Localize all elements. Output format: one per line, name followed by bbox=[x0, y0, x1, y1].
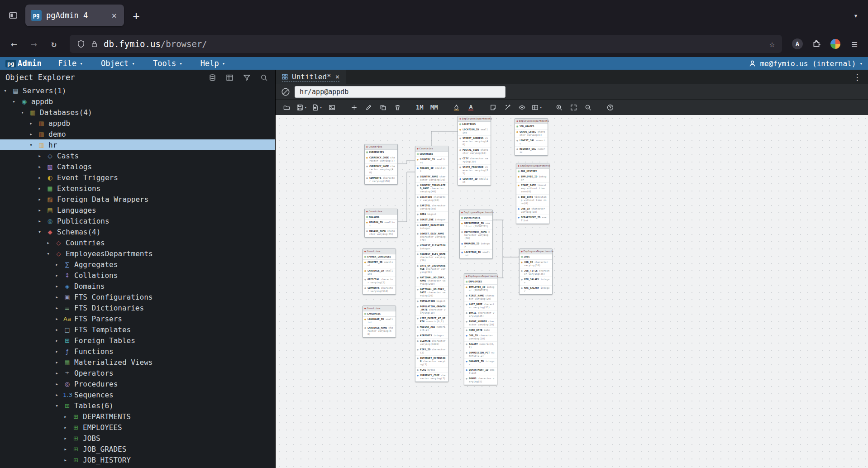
erd-table-job-history[interactable]: ◆EmployeesDepartments⊞JOB_HISTORY●EMPLOY… bbox=[516, 163, 549, 224]
colorful-extension-icon[interactable] bbox=[826, 35, 844, 53]
erd-table-languages[interactable]: ◆Countries⊞LANGUAGES●LANGUAGE_ID smallin… bbox=[362, 306, 396, 338]
chevron-right-icon[interactable]: ▸ bbox=[36, 196, 43, 202]
tree-item-materialized-views[interactable]: ▸▦Materialized Views bbox=[0, 357, 275, 368]
chevron-right-icon[interactable]: ▸ bbox=[36, 218, 43, 224]
save-button[interactable]: ▾ bbox=[295, 101, 309, 113]
tree-item-appdb[interactable]: ▸▥appdb bbox=[0, 118, 275, 129]
erd-canvas[interactable]: ◆Countries⊞CURRENCIES●CURRENCY_CODE char… bbox=[276, 115, 868, 468]
tree-item-fts-dictionaries[interactable]: ▸≡FTS Dictionaries bbox=[0, 302, 275, 313]
chevron-right-icon[interactable]: ▸ bbox=[28, 131, 34, 137]
tree-item-hr[interactable]: ▾▥hr bbox=[0, 139, 275, 150]
tree-item-foreign-tables[interactable]: ▸⊞Foreign Tables bbox=[0, 335, 275, 346]
chevron-right-icon[interactable]: ▸ bbox=[36, 153, 43, 159]
tracking-shield-icon[interactable] bbox=[77, 40, 85, 48]
tree-item-countries[interactable]: ▸◇Countries bbox=[0, 237, 275, 248]
tree-item-servers-1[interactable]: ▾▤Servers(1) bbox=[0, 85, 275, 96]
open-file-button[interactable] bbox=[280, 101, 293, 113]
tree-item-extensions[interactable]: ▸▦Extensions bbox=[0, 183, 275, 194]
chevron-right-icon[interactable]: ▸ bbox=[36, 207, 43, 213]
chevron-right-icon[interactable]: ▸ bbox=[62, 446, 69, 452]
tree-item-databases-4[interactable]: ▾▥Databases(4) bbox=[0, 107, 275, 118]
cardinality-notation-button[interactable]: ▾ bbox=[530, 101, 544, 113]
erd-table-spoken-languages[interactable]: ◆Countries⊞SPOKEN_LANGUAGES●COUNTRY_ID s… bbox=[362, 248, 396, 295]
database-icon[interactable] bbox=[206, 72, 218, 83]
user-menu[interactable]: me@fymio.us (internal) ▾ bbox=[749, 59, 863, 68]
tree-item-appdb[interactable]: ▾◉appdb bbox=[0, 96, 275, 107]
connection-string-field[interactable]: hr/app@appdb bbox=[295, 86, 506, 98]
erd-table-countries[interactable]: ◆Countries⊞COUNTRIES●COUNTRY_ID smallint… bbox=[415, 146, 448, 382]
zoom-in-button[interactable] bbox=[553, 101, 566, 113]
chevron-right-icon[interactable]: ▸ bbox=[53, 327, 60, 333]
bookmark-star-icon[interactable]: ☆ bbox=[769, 38, 775, 49]
chevron-right-icon[interactable]: ▸ bbox=[62, 435, 69, 441]
show-details-button[interactable] bbox=[515, 101, 529, 113]
tree-item-demo[interactable]: ▸▥demo bbox=[0, 129, 275, 139]
tree-item-fts-configurations[interactable]: ▸▣FTS Configurations bbox=[0, 291, 275, 302]
fill-color-button[interactable] bbox=[450, 101, 463, 113]
chevron-right-icon[interactable]: ▸ bbox=[36, 164, 43, 170]
tree-item-aggregates[interactable]: ▸∑Aggregates bbox=[0, 259, 275, 270]
chevron-right-icon[interactable]: ▸ bbox=[53, 262, 60, 267]
chevron-down-icon[interactable]: ▾ bbox=[45, 251, 52, 257]
chevron-down-icon[interactable]: ▾ bbox=[2, 88, 9, 94]
app-menu-icon[interactable]: ≡ bbox=[845, 35, 863, 53]
forward-button[interactable]: → bbox=[24, 35, 43, 53]
chevron-down-icon[interactable]: ▾ bbox=[10, 99, 17, 105]
chevron-right-icon[interactable]: ▸ bbox=[62, 414, 69, 420]
chevron-right-icon[interactable]: ▸ bbox=[36, 175, 43, 181]
tree-item-employeesdepartments[interactable]: ▾◇EmployeesDepartments bbox=[0, 248, 275, 259]
chevron-right-icon[interactable]: ▸ bbox=[53, 294, 60, 300]
chevron-right-icon[interactable]: ▸ bbox=[53, 316, 60, 322]
erd-table-locations[interactable]: ◆EmployeesDepartments⊞LOCATIONS●LOCATION… bbox=[458, 116, 491, 186]
tree-item-foreign-data-wrappers[interactable]: ▸▨Foreign Data Wrappers bbox=[0, 194, 275, 205]
tree-item-sequences[interactable]: ▸1.3Sequences bbox=[0, 389, 275, 400]
chevron-right-icon[interactable]: ▸ bbox=[53, 370, 60, 376]
tree-item-casts[interactable]: ▸◇Casts bbox=[0, 150, 275, 161]
chevron-right-icon[interactable]: ▸ bbox=[53, 305, 60, 311]
tree-item-publications[interactable]: ▸◎Publications bbox=[0, 215, 275, 226]
chevron-right-icon[interactable]: ▸ bbox=[45, 240, 52, 246]
erd-table-departments[interactable]: ◆EmployeesDepartments⊞DEPARTMENTS●DEPART… bbox=[459, 210, 493, 259]
lock-icon[interactable] bbox=[91, 40, 98, 48]
tree-item-fts-parsers[interactable]: ▸AaFTS Parsers bbox=[0, 313, 275, 324]
chevron-right-icon[interactable]: ▸ bbox=[53, 359, 60, 365]
url-bar[interactable]: db.fymio.us/browser/ ☆ bbox=[70, 35, 782, 53]
tree-item-functions[interactable]: ▸ƒFunctions bbox=[0, 346, 275, 357]
download-image-button[interactable] bbox=[325, 101, 339, 113]
add-note-button[interactable] bbox=[486, 101, 500, 113]
erd-table-currencies[interactable]: ◆Countries⊞CURRENCIES●CURRENCY_CODE char… bbox=[364, 144, 398, 185]
erd-table-jobs[interactable]: ◆EmployeesDepartments⊞JOBS●JOB_ID charac… bbox=[519, 248, 553, 295]
chevron-right-icon[interactable]: ▸ bbox=[53, 349, 60, 354]
panel-kebab-menu-icon[interactable]: ⋮ bbox=[847, 72, 868, 82]
help-button[interactable] bbox=[604, 101, 617, 113]
menu-help[interactable]: Help▾ bbox=[200, 59, 225, 68]
chevron-down-icon[interactable]: ▾ bbox=[28, 142, 34, 148]
chevron-right-icon[interactable]: ▸ bbox=[53, 338, 60, 344]
tree-item-operators[interactable]: ▸±Operators bbox=[0, 368, 275, 378]
search-icon[interactable] bbox=[258, 72, 270, 83]
menu-file[interactable]: File▾ bbox=[58, 59, 83, 68]
reload-button[interactable]: ↻ bbox=[44, 35, 63, 53]
object-grid-icon[interactable] bbox=[224, 72, 235, 83]
tree-item-employees[interactable]: ▸⊞EMPLOYEES bbox=[0, 422, 275, 433]
zoom-out-button[interactable] bbox=[582, 101, 595, 113]
firefox-view-button[interactable] bbox=[5, 7, 22, 24]
tree-item-tables-6[interactable]: ▾⊞Tables(6) bbox=[0, 400, 275, 411]
edit-table-button[interactable] bbox=[362, 101, 375, 113]
chevron-right-icon[interactable]: ▸ bbox=[53, 272, 60, 278]
tree-item-locations[interactable]: ▸⊞LOCATIONS bbox=[0, 465, 275, 468]
tree-item-domains[interactable]: ▸◈Domains bbox=[0, 281, 275, 291]
many-to-many-button[interactable]: MM bbox=[428, 101, 441, 113]
chevron-right-icon[interactable]: ▸ bbox=[28, 120, 34, 126]
erd-table-employees[interactable]: ◆EmployeesDepartments⊞EMPLOYEES●EMPLOYEE… bbox=[464, 273, 497, 385]
extension-a-icon[interactable]: A bbox=[788, 35, 806, 53]
chevron-down-icon[interactable]: ▾ bbox=[53, 403, 60, 409]
tree-item-departments[interactable]: ▸⊞DEPARTMENTS bbox=[0, 411, 275, 422]
tab-list-chevron-icon[interactable]: ▾ bbox=[848, 11, 863, 20]
tab-close-icon[interactable]: × bbox=[110, 10, 119, 21]
tree-item-jobs[interactable]: ▸⊞JOBS bbox=[0, 433, 275, 444]
erd-table-job-grades[interactable]: ◆EmployeesDepartments⊞JOB_GRADES●GRADE_L… bbox=[515, 118, 548, 156]
tree-item-languages[interactable]: ▸▤Languages bbox=[0, 205, 275, 215]
menu-object[interactable]: Object▾ bbox=[101, 59, 135, 68]
extensions-puzzle-icon[interactable] bbox=[807, 35, 825, 53]
